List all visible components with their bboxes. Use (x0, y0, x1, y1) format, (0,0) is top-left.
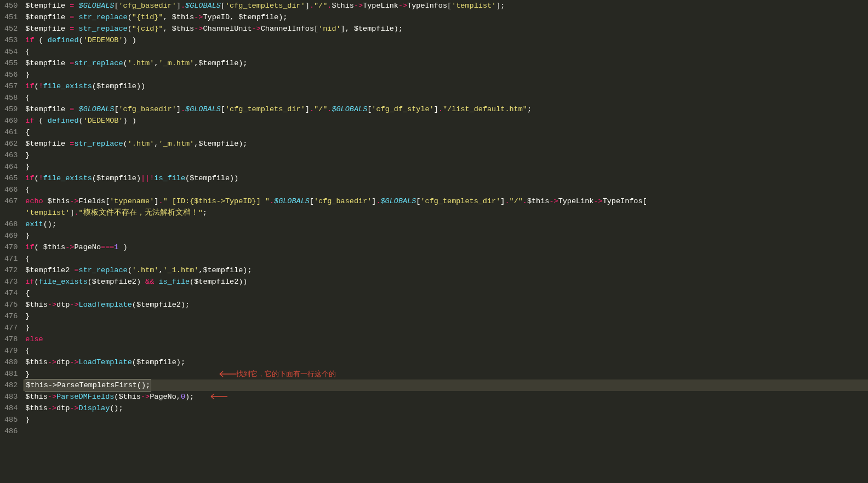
line-number: 450 (4, 0, 18, 12)
line-number-gutter: 4504514524534544554564574584594604614624… (0, 0, 23, 483)
line-number (4, 207, 18, 219)
line-number: 456 (4, 69, 18, 81)
line-number: 472 (4, 264, 18, 276)
code-line[interactable]: { (23, 92, 868, 104)
code-line[interactable]: $this->dtp->LoadTemplate($tempfile); (23, 357, 868, 368)
code-line[interactable] (23, 426, 868, 437)
line-number: 451 (4, 12, 18, 23)
selected-text[interactable]: $this->ParseTempletsFirst(); (25, 380, 151, 391)
line-number: 468 (4, 219, 18, 230)
code-line[interactable]: $this->ParseTempletsFirst(); (23, 380, 868, 391)
line-number: 475 (4, 299, 18, 311)
code-line[interactable]: if(file_exists($tempfile2) && is_file($t… (23, 276, 868, 288)
code-line[interactable]: if(!file_exists($tempfile)) (23, 81, 868, 92)
annotation-arrow-icon (208, 393, 227, 400)
line-number: 484 (4, 403, 18, 414)
line-number: 465 (4, 173, 18, 184)
line-number: 483 (4, 391, 18, 403)
code-line[interactable]: { (23, 184, 868, 196)
code-line[interactable]: $tempfile =str_replace('.htm','_m.htm',$… (23, 58, 868, 69)
code-line[interactable]: } (23, 230, 868, 242)
code-line[interactable]: { (23, 288, 868, 299)
code-line[interactable]: } (23, 322, 868, 334)
code-line[interactable]: } (23, 161, 868, 173)
line-number: 457 (4, 81, 18, 92)
line-number: 470 (4, 242, 18, 253)
code-line[interactable]: $tempfile = $GLOBALS['cfg_basedir'].$GLO… (23, 104, 868, 115)
code-line[interactable]: { (23, 253, 868, 264)
code-region[interactable]: $tempfile = $GLOBALS['cfg_basedir'].$GLO… (23, 0, 868, 483)
code-line[interactable]: } (23, 414, 868, 426)
line-number: 474 (4, 288, 18, 299)
line-number: 452 (4, 23, 18, 34)
code-line[interactable]: $this->dtp->LoadTemplate($tempfile2); (23, 299, 868, 311)
line-number: 458 (4, 92, 18, 104)
line-number: 453 (4, 34, 18, 46)
line-number: 480 (4, 357, 18, 368)
annotation-label: 找到它，它的下面有一行这个的 (236, 370, 336, 378)
line-number: 471 (4, 253, 18, 264)
line-number: 460 (4, 115, 18, 127)
line-number: 467 (4, 196, 18, 207)
line-number: 455 (4, 58, 18, 69)
code-line[interactable]: else (23, 334, 868, 345)
code-line[interactable]: } (23, 150, 868, 161)
line-number: 486 (4, 426, 18, 437)
code-line[interactable]: if ( defined('DEDEMOB') ) (23, 34, 868, 46)
code-line[interactable]: if(!file_exists($tempfile)||!is_file($te… (23, 173, 868, 184)
code-line[interactable]: exit(); (23, 219, 868, 230)
code-line[interactable]: $tempfile2 =str_replace('.htm','_1.htm',… (23, 264, 868, 276)
code-line[interactable]: { (23, 127, 868, 138)
code-line[interactable]: $this->ParseDMFields($this->PageNo,0); (23, 391, 868, 403)
line-number: 469 (4, 230, 18, 242)
code-editor[interactable]: 4504514524534544554564574584594604614624… (0, 0, 868, 483)
line-number: 478 (4, 334, 18, 345)
line-number: 479 (4, 345, 18, 357)
code-line[interactable]: { (23, 46, 868, 58)
code-line[interactable]: { (23, 345, 868, 357)
code-line[interactable]: $tempfile =str_replace('.htm','_m.htm',$… (23, 138, 868, 150)
line-number: 463 (4, 150, 18, 161)
code-line[interactable]: $this->dtp->Display(); (23, 403, 868, 414)
line-number: 481 (4, 368, 18, 380)
code-line[interactable]: $tempfile = str_replace("{cid}", $this->… (23, 23, 868, 34)
code-line[interactable]: } (23, 69, 868, 81)
line-number: 464 (4, 161, 18, 173)
line-number: 477 (4, 322, 18, 334)
line-number: 462 (4, 138, 18, 150)
code-line[interactable]: $tempfile = str_replace("{tid}", $this->… (23, 12, 868, 23)
line-number: 466 (4, 184, 18, 196)
code-line[interactable]: $tempfile = $GLOBALS['cfg_basedir'].$GLO… (23, 0, 868, 12)
line-number: 461 (4, 127, 18, 138)
code-line[interactable]: } (23, 311, 868, 322)
line-number: 476 (4, 311, 18, 322)
line-number: 454 (4, 46, 18, 58)
line-number: 459 (4, 104, 18, 115)
code-line[interactable]: if ( defined('DEDEMOB') ) (23, 115, 868, 127)
code-line[interactable]: } 找到它，它的下面有一行这个的 (23, 368, 868, 380)
code-line[interactable]: if( $this->PageNo===1 ) (23, 242, 868, 253)
code-line[interactable]: echo $this->Fields['typename']." [ID:{$t… (23, 196, 868, 207)
code-line[interactable]: 'templist']."模板文件不存在，无法解析文档！"; (23, 207, 868, 219)
line-number: 485 (4, 414, 18, 426)
annotation-arrow-icon (216, 371, 236, 377)
line-number: 482 (4, 380, 18, 391)
line-number: 473 (4, 276, 18, 288)
